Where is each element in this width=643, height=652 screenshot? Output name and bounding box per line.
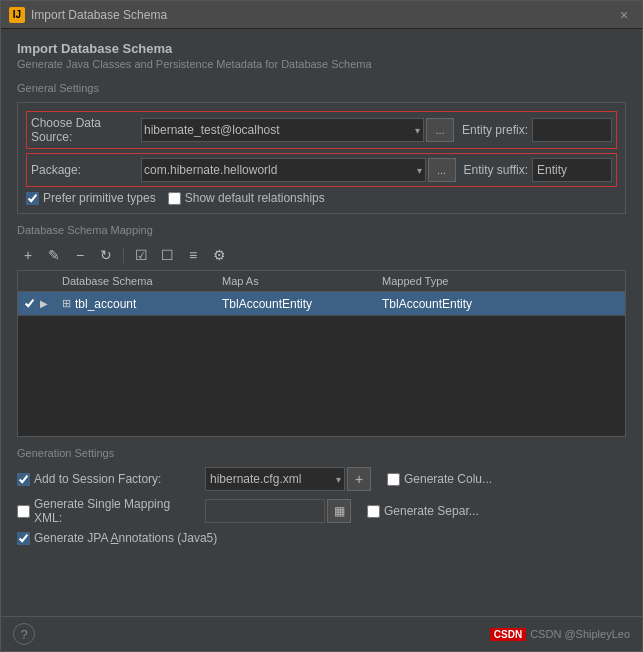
refresh-button[interactable]: ↻ <box>95 244 117 266</box>
remove-button[interactable]: − <box>69 244 91 266</box>
single-mapping-input[interactable] <box>205 499 325 523</box>
datasource-browse-button[interactable]: ... <box>426 118 454 142</box>
datasource-select[interactable]: hibernate_test@localhost <box>141 118 424 142</box>
dialog-header-title: Import Database Schema <box>17 41 626 56</box>
show-default-relationships-checkbox[interactable]: Show default relationships <box>168 191 325 205</box>
session-factory-add-btn[interactable]: + <box>347 467 371 491</box>
db-schema-toolbar: + ✎ − ↻ ☑ ☐ ≡ ⚙ <box>17 244 626 266</box>
title-bar: IJ Import Database Schema × <box>1 1 642 29</box>
expand-arrow: ▶ <box>40 298 48 309</box>
row-checkbox[interactable] <box>23 297 36 310</box>
package-label: Package: <box>31 163 141 177</box>
package-input-group: com.hibernate.helloworld ... <box>141 158 456 182</box>
prefer-primitive-checkbox[interactable]: Prefer primitive types <box>26 191 156 205</box>
check-all-button[interactable]: ☑ <box>130 244 152 266</box>
gen-row-session: Add to Session Factory: hibernate.cfg.xm… <box>17 467 626 491</box>
general-settings-box: Choose Data Source: hibernate_test@local… <box>17 102 626 214</box>
single-mapping-input-group: ▦ <box>205 499 351 523</box>
add-button[interactable]: + <box>17 244 39 266</box>
col-header-schema: Database Schema <box>54 271 214 291</box>
entity-prefix-group: Entity prefix: <box>462 118 612 142</box>
db-schema-label: Database Schema Mapping <box>17 224 626 236</box>
gen-row-jpa: Generate JPA Annotations (Java5) <box>17 531 626 545</box>
watermark-text: CSDN @ShipleyLeo <box>530 628 630 640</box>
entity-suffix-group: Entity suffix: <box>464 158 612 182</box>
generation-settings: Generation Settings Add to Session Facto… <box>17 447 626 545</box>
generate-separate-group: Generate Separ... <box>367 504 479 518</box>
session-factory-select-wrapper: hibernate.cfg.xml + <box>205 467 371 491</box>
entity-prefix-label: Entity prefix: <box>462 123 528 137</box>
schema-table: Database Schema Map As Mapped Type ▶ ⊞ t… <box>17 270 626 437</box>
table-empty-area <box>18 316 625 436</box>
row-mappedtype: TblAccountEntity <box>374 294 625 314</box>
dialog-title: Import Database Schema <box>31 8 614 22</box>
col-header-mapas: Map As <box>214 271 374 291</box>
session-factory-checkbox[interactable]: Add to Session Factory: <box>17 472 197 486</box>
app-icon: IJ <box>9 7 25 23</box>
dialog-header-subtitle: Generate Java Classes and Persistence Me… <box>17 58 626 70</box>
edit-button[interactable]: ✎ <box>43 244 65 266</box>
dialog-footer: ? CSDN CSDN @ShipleyLeo <box>1 616 642 651</box>
jpa-annotations-checkbox[interactable]: Generate JPA Annotations (Java5) <box>17 531 217 545</box>
checkbox-row: Prefer primitive types Show default rela… <box>26 191 617 205</box>
help-button[interactable]: ? <box>13 623 35 645</box>
generate-separate-checkbox[interactable] <box>367 505 380 518</box>
datasource-label: Choose Data Source: <box>31 116 141 144</box>
entity-suffix-input[interactable] <box>532 158 612 182</box>
row-mapas: TblAccountEntity <box>214 294 374 314</box>
entity-prefix-input[interactable] <box>532 118 612 142</box>
entity-suffix-label: Entity suffix: <box>464 163 528 177</box>
watermark: CSDN CSDN @ShipleyLeo <box>490 628 630 641</box>
dialog-body: Import Database Schema Generate Java Cla… <box>1 29 642 616</box>
settings-btn[interactable]: ⚙ <box>208 244 230 266</box>
close-button[interactable]: × <box>614 5 634 25</box>
col-header-mappedtype: Mapped Type <box>374 271 625 291</box>
package-row: Package: com.hibernate.helloworld ... En… <box>26 153 617 187</box>
gen-row-mapping: Generate Single Mapping XML: ▦ Generate … <box>17 497 626 525</box>
datasource-row: Choose Data Source: hibernate_test@local… <box>26 111 617 149</box>
session-factory-select[interactable]: hibernate.cfg.xml <box>205 467 345 491</box>
general-settings-label: General Settings <box>17 82 626 94</box>
generate-columns-checkbox[interactable] <box>387 473 400 486</box>
generate-columns-group: Generate Colu... <box>387 472 492 486</box>
generation-settings-label: Generation Settings <box>17 447 626 459</box>
package-browse-button[interactable]: ... <box>428 158 456 182</box>
table-row[interactable]: ▶ ⊞ tbl_account TblAccountEntity TblAcco… <box>18 292 625 316</box>
uncheck-all-button[interactable]: ☐ <box>156 244 178 266</box>
datasource-input-group: hibernate_test@localhost ... <box>141 118 454 142</box>
table-header: Database Schema Map As Mapped Type <box>18 271 625 292</box>
row-schema: ⊞ tbl_account <box>54 294 214 314</box>
watermark-csdn: CSDN <box>490 628 526 641</box>
db-schema-section: Database Schema Mapping + ✎ − ↻ ☑ ☐ ≡ ⚙ … <box>17 224 626 437</box>
align-left-button[interactable]: ≡ <box>182 244 204 266</box>
import-database-schema-dialog: IJ Import Database Schema × Import Datab… <box>0 0 643 652</box>
table-icon: ⊞ <box>62 297 71 310</box>
row-checkbox-cell <box>18 297 40 310</box>
toolbar-separator <box>123 247 124 263</box>
package-select[interactable]: com.hibernate.helloworld <box>141 158 426 182</box>
single-mapping-browse-btn[interactable]: ▦ <box>327 499 351 523</box>
single-mapping-checkbox[interactable]: Generate Single Mapping XML: <box>17 497 197 525</box>
